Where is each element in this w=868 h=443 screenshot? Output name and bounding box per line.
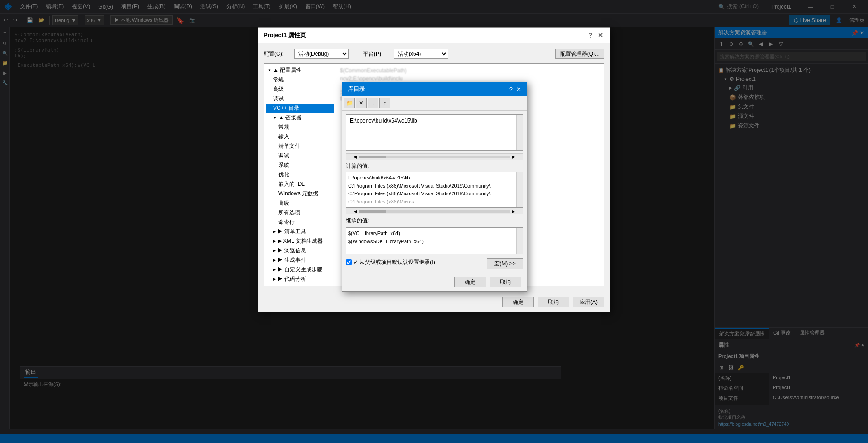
inner-up-button[interactable]: ↑ [379, 98, 390, 108]
tree-vc-dirs[interactable]: VC++ 目录 [266, 104, 334, 113]
computed-line-2: C:\Program Files (x86)\Microsoft Visual … [348, 182, 516, 190]
inner-help-icon[interactable]: ? [509, 86, 513, 93]
hscroll-right-btn[interactable]: ▶ [510, 154, 517, 159]
tree-arrow-linker: ▼ [273, 116, 277, 120]
computed-label: 计算的值: [346, 162, 523, 170]
inherit-label: 继承的值: [346, 217, 523, 225]
inner-dialog-footer: 确定 取消 [342, 273, 527, 291]
tree-advanced[interactable]: 高级 [266, 85, 334, 94]
tree-linker-manifest[interactable]: 清单文件 [266, 141, 334, 151]
config-select[interactable]: 活动(Debug) [294, 49, 349, 59]
inner-listbox[interactable]: E:\opencv\build\x64\vc15\lib [346, 114, 523, 151]
tree-debug[interactable]: 调试 [266, 94, 334, 104]
tree-arrow-config: ▼ [268, 68, 271, 72]
inherit-checkbox-container: ✓ 从父级或项目默认认设置继承(I) [346, 259, 435, 266]
hscroll-left-btn[interactable]: ◀ [352, 154, 359, 159]
tree-arrow-browse: ▶ [273, 249, 276, 253]
computed-line-1: E:\opencv\build\x64\vc15\lib [348, 174, 516, 182]
property-pages-dialog: Project1 属性页 ? ✕ 配置(C): 活动(Debug) 平台(P):… [258, 27, 610, 312]
inner-ok-button[interactable]: 确定 [454, 277, 486, 287]
computed-value-area: E:\opencv\build\x64\vc15\lib C:\Program … [346, 172, 523, 208]
tree-arrow-xml: ▶ [273, 239, 276, 243]
computed-hscroll-track [359, 210, 510, 213]
dialog-close-icon[interactable]: ✕ [596, 31, 604, 39]
ok-button[interactable]: 确定 [502, 297, 534, 307]
inner-cancel-button[interactable]: 取消 [490, 277, 521, 287]
inner-dialog-title: 库目录 ? ✕ [342, 82, 527, 96]
platform-select[interactable]: 活动(x64) [394, 49, 448, 59]
tree-linker-cmdline[interactable]: 命令行 [266, 217, 334, 227]
tree-linker-debug[interactable]: 调试 [266, 151, 334, 160]
config-manager-button[interactable]: 配置管理器(Q)... [555, 49, 604, 59]
tree-manifest-tool[interactable]: ▶ ▶ 清单工具 [266, 227, 334, 236]
config-label: 配置(C): [264, 50, 291, 58]
computed-hscroll-left[interactable]: ◀ [352, 209, 359, 214]
library-directory-dialog: 库目录 ? ✕ 📁 ✕ ↓ ↑ E:\opencv\build\x64\vc15… [342, 82, 527, 292]
tree-linker-general[interactable]: 常规 [266, 123, 334, 132]
inherit-checkbox-label: ✓ 从父级或项目默认认设置继承(I) [354, 259, 435, 266]
cancel-button[interactable]: 取消 [538, 297, 569, 307]
tree-linker-advanced[interactable]: 高级 [266, 198, 334, 208]
tree-linker[interactable]: ▼ ▲ 链接器 [266, 113, 334, 123]
dialog-property-tree: ▼ ▲ 配置属性 常规 高级 调试 VC++ 目录 [264, 64, 336, 286]
tree-arrow-manifest: ▶ [273, 230, 276, 234]
platform-label: 平台(P): [363, 50, 390, 58]
inherit-scrollbar[interactable] [516, 228, 523, 254]
tree-arrow-custom: ▶ [273, 268, 276, 272]
inner-scrollbar[interactable] [516, 115, 523, 150]
tree-linker-input[interactable]: 输入 [266, 132, 334, 141]
list-item[interactable]: E:\opencv\build\x64\vc15\lib [348, 117, 516, 125]
tree-config-props[interactable]: ▼ ▲ 配置属性 [266, 66, 334, 75]
inherit-line-1: $(VC_LibraryPath_x64) [348, 230, 516, 238]
tree-linker-all[interactable]: 所有选项 [266, 208, 334, 217]
inner-close-icon[interactable]: ✕ [516, 86, 521, 93]
tree-linker-idl[interactable]: 嵌入的 IDL [266, 179, 334, 189]
inner-toolbar: 📁 ✕ ↓ ↑ [342, 96, 527, 111]
dialog-footer: 确定 取消 应用(A) [258, 292, 610, 312]
tree-xml-gen[interactable]: ▶ ▶ XML 文档生成器 [266, 236, 334, 246]
tree-linker-system[interactable]: 系统 [266, 160, 334, 170]
config-row: 配置(C): 活动(Debug) 平台(P): 活动(x64) 配置管理器(Q)… [264, 49, 604, 59]
apply-button[interactable]: 应用(A) [573, 297, 604, 307]
computed-line-3: C:\Program Files (x86)\Microsoft Visual … [348, 190, 516, 198]
computed-hscroll-thumb[interactable] [359, 210, 386, 213]
computed-scrollbar[interactable] [516, 172, 523, 207]
computed-hscrollbar[interactable]: ◀ ▶ [346, 208, 523, 214]
inherit-checkbox-row: ✓ 从父级或项目默认认设置继承(I) 宏(M) >> [346, 258, 523, 269]
inherit-line-2: $(WindowsSDK_LibraryPath_x64) [348, 238, 516, 246]
tree-arrow-build: ▶ [273, 258, 276, 262]
tree-build-events[interactable]: ▶ ▶ 生成事件 [266, 255, 334, 265]
dialog-title: Project1 属性页 ? ✕ [258, 28, 610, 43]
inner-delete-button[interactable]: ✕ [356, 98, 367, 108]
hscroll-track [359, 156, 510, 158]
tree-linker-winmeta[interactable]: Windows 元数据 [266, 189, 334, 198]
tree-general[interactable]: 常规 [266, 75, 334, 85]
computed-line-4: C:\Program Files (x86)\Micros... [348, 198, 516, 206]
computed-hscroll-right[interactable]: ▶ [510, 209, 517, 214]
tree-custom-build[interactable]: ▶ ▶ 自定义生成步骤 [266, 265, 334, 274]
hscroll-thumb[interactable] [359, 156, 386, 158]
inherit-value-area: $(VC_LibraryPath_x64) $(WindowsSDK_Libra… [346, 227, 523, 254]
inner-hscrollbar[interactable]: ◀ ▶ [346, 153, 523, 160]
inner-folder-button[interactable]: 📁 [344, 98, 355, 108]
help-icon[interactable]: ? [586, 31, 594, 39]
tree-linker-optimize[interactable]: 优化 [266, 170, 334, 179]
inner-content: E:\opencv\build\x64\vc15\lib ◀ ▶ 计算的值: E… [342, 111, 527, 273]
tree-code-analysis[interactable]: ▶ ▶ 代码分析 [266, 274, 334, 284]
inner-down-button[interactable]: ↓ [368, 98, 378, 108]
tree-arrow-code: ▶ [273, 277, 276, 281]
tree-browse-info[interactable]: ▶ ▶ 浏览信息 [266, 246, 334, 255]
macro-button[interactable]: 宏(M) >> [487, 258, 523, 269]
inherit-checkbox[interactable] [346, 259, 352, 265]
modal-overlay: Project1 属性页 ? ✕ 配置(C): 活动(Debug) 平台(P):… [0, 0, 868, 443]
